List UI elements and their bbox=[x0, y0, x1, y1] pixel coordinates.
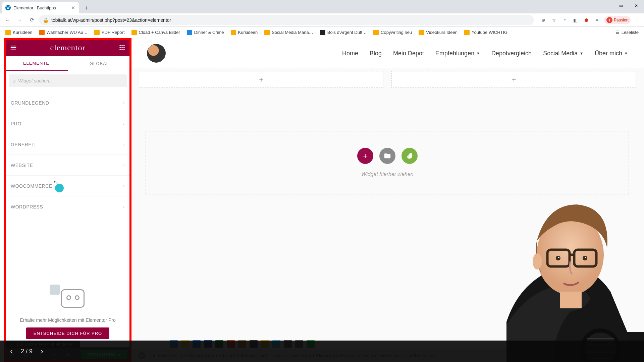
browser-title-bar: W Elementor | Buchtipps ✕ ＋ － ▭ ✕ bbox=[0, 0, 644, 13]
bookmark-item[interactable]: Youtube WICHTIG bbox=[462, 30, 510, 35]
nav-empfehlungen[interactable]: Empfehlungen▼ bbox=[435, 50, 480, 57]
translate-icon[interactable]: ᵃ bbox=[561, 17, 568, 23]
widget-search-input[interactable]: ⌕ Widget suchen... bbox=[9, 74, 127, 87]
site-avatar[interactable] bbox=[147, 44, 166, 63]
tab-title: Elementor | Buchtipps bbox=[13, 5, 56, 10]
add-section-button[interactable]: ＋ bbox=[357, 148, 373, 164]
lock-icon: 🔒 bbox=[43, 17, 49, 23]
bookmark-item[interactable]: Copywriting neu bbox=[371, 30, 415, 35]
widget-drop-area[interactable]: ＋ Widget hierher ziehen bbox=[146, 131, 629, 194]
url-field[interactable]: 🔒 tobitalk.at/wp-admin/post.php?post=23&… bbox=[39, 15, 534, 25]
bookmark-item[interactable]: PDF Report bbox=[92, 30, 127, 35]
cursor-pointer-icon: ↖ bbox=[54, 179, 58, 185]
widget-category-list: GRUNDLEGEND› PRO› GENERELL› WEBSITE› WOO… bbox=[5, 90, 131, 219]
adblock-icon[interactable]: ⬢ bbox=[583, 17, 590, 23]
browser-tab[interactable]: W Elementor | Buchtipps ✕ bbox=[2, 2, 79, 13]
nav-label: Über mich bbox=[595, 50, 622, 57]
nav-depot[interactable]: Mein Depot bbox=[393, 50, 424, 57]
folder-icon bbox=[94, 30, 100, 35]
folder-icon bbox=[419, 30, 424, 35]
envato-button[interactable] bbox=[401, 148, 418, 164]
template-library-button[interactable] bbox=[379, 148, 395, 164]
chevron-right-icon: › bbox=[123, 204, 125, 209]
bookmark-item[interactable]: Kursideen bbox=[228, 30, 261, 35]
bookmark-item[interactable]: Wahlfächer WU Au… bbox=[37, 30, 90, 35]
search-placeholder: Widget suchen... bbox=[18, 78, 53, 83]
nav-social[interactable]: Social Media▼ bbox=[543, 50, 583, 57]
grid-icon[interactable] bbox=[118, 44, 126, 52]
minimize-button[interactable]: － bbox=[598, 0, 613, 11]
folder-icon bbox=[39, 30, 45, 35]
bookmark-item[interactable]: Videokurs Ideen bbox=[416, 30, 460, 35]
bookmark-bar: Kursideen Wahlfächer WU Au… PDF Report C… bbox=[0, 27, 644, 38]
tab-global[interactable]: GLOBAL bbox=[68, 56, 131, 71]
bookmark-label: PDF Report bbox=[102, 30, 125, 35]
editor-preview: Home Blog Mein Depot Empfehlungen▼ Depot… bbox=[131, 38, 644, 362]
bookmark-label: Kursideen bbox=[13, 30, 33, 35]
zoom-icon[interactable]: ⊕ bbox=[540, 17, 547, 23]
close-window-button[interactable]: ✕ bbox=[629, 0, 644, 11]
lightbox-next-button[interactable]: › bbox=[41, 347, 43, 356]
nav-blog[interactable]: Blog bbox=[370, 50, 382, 57]
folder-icon bbox=[131, 30, 137, 35]
bookmark-label: Dinner & Crime bbox=[194, 30, 224, 35]
add-section-column[interactable]: ＋ bbox=[391, 71, 636, 88]
category-wordpress[interactable]: WORDPRESS› bbox=[5, 196, 131, 217]
category-grundlegend[interactable]: GRUNDLEGEND› bbox=[5, 93, 131, 113]
puzzle-icon[interactable]: ✦ bbox=[594, 17, 600, 23]
lightbox-prev-button[interactable]: ‹ bbox=[10, 347, 13, 356]
category-label: WEBSITE bbox=[11, 163, 33, 168]
nav-home[interactable]: Home bbox=[342, 50, 358, 57]
url-text: tobitalk.at/wp-admin/post.php?post=23&ac… bbox=[51, 17, 171, 23]
elementor-sidebar: elementor ELEMENTE GLOBAL ⌕ Widget suche… bbox=[5, 39, 131, 362]
bookmark-label: Youtube WICHTIG bbox=[472, 30, 507, 35]
profile-avatar-icon: T bbox=[606, 17, 612, 23]
browser-address-bar: ← → ⟳ 🔒 tobitalk.at/wp-admin/post.php?po… bbox=[0, 13, 644, 27]
profile-paused-pill[interactable]: T Pausiert bbox=[604, 16, 631, 24]
tab-elements[interactable]: ELEMENTE bbox=[5, 56, 68, 71]
nav-ueber[interactable]: Über mich▼ bbox=[595, 50, 628, 57]
star-icon[interactable]: ☆ bbox=[551, 17, 557, 23]
close-tab-icon[interactable]: ✕ bbox=[71, 5, 75, 10]
nav-label: Social Media bbox=[543, 50, 578, 57]
maximize-button[interactable]: ▭ bbox=[613, 0, 629, 11]
svg-point-4 bbox=[556, 256, 560, 260]
sidebar-tabs: ELEMENTE GLOBAL bbox=[5, 56, 131, 71]
extension-icon[interactable]: ◧ bbox=[572, 17, 579, 23]
folder-icon bbox=[320, 30, 325, 35]
forward-button[interactable]: → bbox=[15, 15, 25, 25]
add-section-column[interactable]: ＋ bbox=[139, 71, 383, 88]
bookmark-item[interactable]: Kursideen bbox=[3, 30, 35, 35]
bookmark-item[interactable]: Cload + Canva Bilder bbox=[129, 30, 183, 35]
folder-icon bbox=[373, 30, 379, 35]
bookmark-item[interactable]: Bois d'Argent Duft… bbox=[317, 30, 369, 35]
bookmark-item[interactable]: Dinner & Crime bbox=[184, 30, 227, 35]
svg-point-7 bbox=[585, 257, 586, 258]
bookmark-label: Cload + Canva Bilder bbox=[139, 30, 180, 35]
category-pro[interactable]: PRO› bbox=[5, 113, 131, 134]
chevron-down-icon: ▼ bbox=[624, 51, 628, 55]
promo-illustration bbox=[48, 283, 88, 313]
list-icon: ☰ bbox=[615, 30, 620, 35]
bookmark-label: Videokurs Ideen bbox=[426, 30, 458, 35]
pro-cta-button[interactable]: ENTSCHEIDE DICH FÜR PRO bbox=[26, 327, 109, 339]
reload-button[interactable]: ⟳ bbox=[27, 15, 37, 25]
bookmark-item[interactable]: Social Media Mana… bbox=[262, 30, 316, 35]
chevron-right-icon: › bbox=[123, 142, 125, 147]
reading-list-button[interactable]: ☰Leseliste bbox=[613, 30, 641, 35]
category-woocommerce[interactable]: WOOCOMMERCE› bbox=[5, 176, 131, 196]
new-tab-button[interactable]: ＋ bbox=[82, 3, 91, 12]
menu-icon[interactable]: ⋮ bbox=[635, 17, 641, 23]
category-generell[interactable]: GENERELL› bbox=[5, 134, 131, 155]
nav-depotvergleich[interactable]: Depotvergleich bbox=[491, 50, 532, 57]
hamburger-icon[interactable] bbox=[9, 44, 17, 52]
category-website[interactable]: WEBSITE› bbox=[5, 155, 131, 176]
drop-area-label: Widget hierher ziehen bbox=[361, 171, 414, 177]
back-button[interactable]: ← bbox=[3, 15, 13, 25]
nav-label: Depotvergleich bbox=[491, 50, 532, 57]
search-icon: ⌕ bbox=[13, 78, 15, 83]
plus-icon: ＋ bbox=[258, 74, 265, 84]
folder-icon bbox=[264, 30, 270, 35]
plus-icon: ＋ bbox=[510, 74, 518, 84]
nav-label: Home bbox=[342, 50, 358, 57]
